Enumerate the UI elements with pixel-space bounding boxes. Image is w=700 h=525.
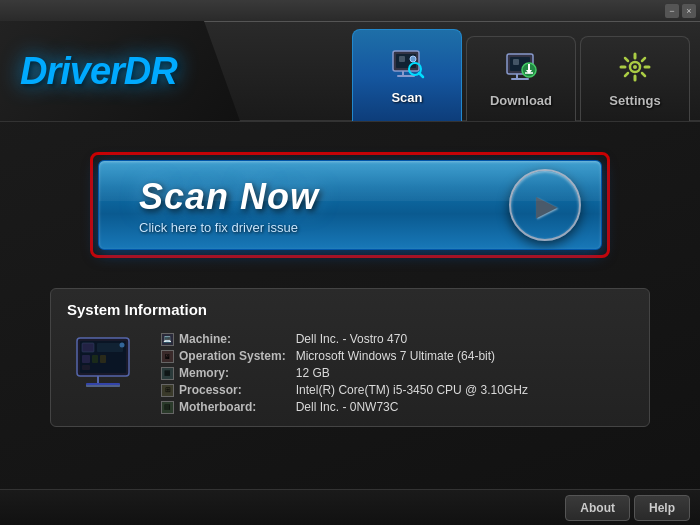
memory-icon: ▦ <box>161 367 174 380</box>
scan-icon <box>389 47 425 86</box>
processor-label-cell: ⊞ Processor: <box>161 383 286 397</box>
system-info-title: System Information <box>67 301 633 322</box>
content-area: Scan Now Click here to fix driver issue … <box>0 122 700 489</box>
svg-line-7 <box>419 73 423 77</box>
tab-download[interactable]: Download <box>466 36 576 121</box>
settings-icon <box>617 50 653 89</box>
computer-icon <box>67 332 147 402</box>
tab-settings[interactable]: Settings <box>580 36 690 121</box>
memory-label-cell: ▦ Memory: <box>161 366 286 380</box>
svg-rect-2 <box>399 56 405 62</box>
tab-download-label: Download <box>490 93 552 108</box>
svg-line-23 <box>642 58 645 61</box>
motherboard-label-cell: ▤ Motherboard: <box>161 400 286 414</box>
os-label-cell: 🖥 Operation System: <box>161 349 286 363</box>
close-button[interactable]: × <box>682 4 696 18</box>
scan-button-text: Scan Now Click here to fix driver issue <box>139 176 319 235</box>
machine-icon: 💻 <box>161 333 174 346</box>
minimize-button[interactable]: − <box>665 4 679 18</box>
svg-rect-33 <box>100 355 106 363</box>
svg-rect-10 <box>513 59 519 65</box>
svg-rect-32 <box>92 355 98 363</box>
about-button[interactable]: About <box>565 495 630 521</box>
logo-text: DriverDR <box>20 50 177 93</box>
tab-settings-label: Settings <box>609 93 660 108</box>
system-info-content: 💻 Machine: Dell Inc. - Vostro 470 🖥 Oper… <box>67 332 633 414</box>
svg-point-35 <box>120 342 125 347</box>
svg-line-21 <box>625 58 628 61</box>
svg-rect-34 <box>82 365 90 370</box>
machine-label-cell: 💻 Machine: <box>161 332 286 346</box>
svg-point-3 <box>410 56 416 62</box>
motherboard-icon: ▤ <box>161 401 174 414</box>
os-label: Operation System: <box>179 349 286 363</box>
scan-arrow-button[interactable] <box>509 169 581 241</box>
svg-line-24 <box>625 73 628 76</box>
header: DriverDR Scan <box>0 22 700 122</box>
system-info-panel: System Information <box>50 288 650 427</box>
info-table: 💻 Machine: Dell Inc. - Vostro 470 🖥 Oper… <box>161 332 633 414</box>
svg-rect-37 <box>86 383 120 387</box>
motherboard-label: Motherboard: <box>179 400 256 414</box>
processor-icon: ⊞ <box>161 384 174 397</box>
memory-label: Memory: <box>179 366 229 380</box>
processor-label: Processor: <box>179 383 242 397</box>
svg-point-26 <box>633 65 637 69</box>
os-value: Microsoft Windows 7 Ultimate (64-bit) <box>296 349 633 363</box>
title-bar: − × <box>0 0 700 22</box>
svg-rect-12 <box>511 78 529 80</box>
bottom-bar: About Help <box>0 489 700 525</box>
svg-rect-31 <box>82 355 90 363</box>
svg-rect-30 <box>97 343 123 352</box>
logo-area: DriverDR <box>0 21 240 121</box>
scan-now-button[interactable]: Scan Now Click here to fix driver issue <box>98 160 602 250</box>
scan-now-title: Scan Now <box>139 176 319 218</box>
processor-value: Intel(R) Core(TM) i5-3450 CPU @ 3.10GHz <box>296 383 633 397</box>
tab-scan[interactable]: Scan <box>352 29 462 121</box>
machine-label: Machine: <box>179 332 231 346</box>
motherboard-value: Dell Inc. - 0NW73C <box>296 400 633 414</box>
help-button[interactable]: Help <box>634 495 690 521</box>
svg-line-22 <box>642 73 645 76</box>
memory-value: 12 GB <box>296 366 633 380</box>
scan-now-subtitle: Click here to fix driver issue <box>139 220 319 235</box>
machine-value: Dell Inc. - Vostro 470 <box>296 332 633 346</box>
tab-scan-label: Scan <box>391 90 422 105</box>
scan-button-wrapper: Scan Now Click here to fix driver issue <box>90 152 610 258</box>
main-container: DriverDR Scan <box>0 22 700 525</box>
nav-tabs: Scan Download <box>352 21 700 121</box>
svg-rect-29 <box>82 343 94 352</box>
os-icon: 🖥 <box>161 350 174 363</box>
download-icon <box>503 50 539 89</box>
